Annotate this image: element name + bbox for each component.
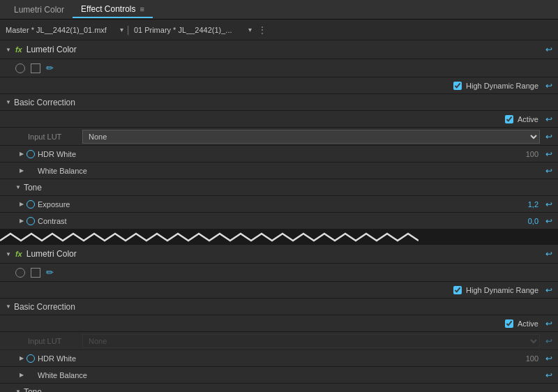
hdr-checkbox-2[interactable] <box>453 286 462 294</box>
clip-options-icon: ⋮ <box>257 24 267 36</box>
hdr-white-chevron-1[interactable]: ▶ <box>20 151 24 157</box>
hdr-white-row-2: ▶ HDR White 100 ↩ <box>0 350 558 367</box>
input-lut-label-1: Input LUT <box>28 133 77 141</box>
basic-correction-header-2[interactable]: ▼ Basic Correction <box>0 299 558 315</box>
zigzag-svg <box>0 229 418 245</box>
exposure-label-1: Exposure <box>38 200 525 209</box>
reset-hdr-white-2[interactable]: ↩ <box>545 354 552 363</box>
hdr-row-1: High Dynamic Range ↩ <box>0 77 558 94</box>
input-lut-select-1[interactable]: None <box>82 130 540 144</box>
section-chevron-down-1: ▼ <box>6 99 11 105</box>
contrast-chevron-1[interactable]: ▶ <box>20 218 24 224</box>
hdr-white-row-1: ▶ HDR White 100 ↩ <box>0 146 558 163</box>
exposure-value-1: 1,2 <box>528 200 538 209</box>
white-balance-chevron-1[interactable]: ▶ <box>20 167 24 174</box>
hdr-white-chevron-2[interactable]: ▶ <box>20 355 24 361</box>
exposure-chevron-1[interactable]: ▶ <box>20 201 24 207</box>
hdr-row-2: High Dynamic Range ↩ <box>0 282 558 299</box>
fx-badge-2: fx <box>15 250 22 258</box>
exposure-row-1: ▶ Exposure 1,2 ↩ <box>0 196 558 213</box>
section-chevron-down-2: ▼ <box>6 303 11 310</box>
circle-icon-2[interactable] <box>15 268 25 278</box>
contrast-label-1: Contrast <box>38 217 525 225</box>
circle-icon-1[interactable] <box>15 63 25 73</box>
effect-block-2: ▼ fx Lumetri Color ↩ ✏ High Dynamic Rang… <box>0 245 558 392</box>
reset-contrast-1[interactable]: ↩ <box>545 216 552 226</box>
white-balance-chevron-2[interactable]: ▶ <box>20 372 24 378</box>
reset-input-lut-1[interactable]: ↩ <box>545 132 552 142</box>
hdr-checkbox-1[interactable] <box>453 82 462 90</box>
reset-effect-2[interactable]: ↩ <box>545 249 552 259</box>
contrast-value-1: 0,0 <box>528 217 538 225</box>
primary-clip-label: 01 Primary * JL__2442(1)_... <box>134 26 246 34</box>
exposure-circle-1 <box>27 200 35 209</box>
clip-selector-row: Master * JL__2442(1)_01.mxf ▾ │ 01 Prima… <box>0 20 558 40</box>
square-icon-1[interactable] <box>31 63 40 73</box>
clip-divider: │ <box>126 26 131 34</box>
effect-header-2: ▼ fx Lumetri Color ↩ <box>0 245 558 264</box>
reset-white-balance-1[interactable]: ↩ <box>545 166 552 176</box>
tone-chevron-down-1: ▼ <box>15 184 21 190</box>
dropdown-arrow-primary[interactable]: ▾ <box>248 26 252 33</box>
brush-icon-2[interactable]: ✏ <box>46 267 54 278</box>
fx-badge-1: fx <box>15 45 22 54</box>
master-clip-label: Master * JL__2442(1)_01.mxf <box>6 26 117 34</box>
reset-hdr-2[interactable]: ↩ <box>545 285 552 295</box>
effect-icons-row-2: ✏ <box>0 264 558 282</box>
hdr-white-label-1: HDR White <box>38 150 523 158</box>
effect-name-2: Lumetri Color <box>27 249 77 259</box>
white-balance-row-1: ▶ White Balance ↩ <box>0 163 558 179</box>
basic-correction-header-1[interactable]: ▼ Basic Correction <box>0 94 558 111</box>
reset-hdr-white-1[interactable]: ↩ <box>545 149 552 159</box>
tone-chevron-down-2: ▼ <box>15 389 21 392</box>
active-row-2: Active ↩ <box>0 315 558 332</box>
reset-white-balance-2[interactable]: ↩ <box>545 370 552 380</box>
white-balance-label-1: White Balance <box>38 167 543 175</box>
square-icon-2[interactable] <box>31 268 40 278</box>
effect-icons-row-1: ✏ <box>0 59 558 77</box>
effect-chevron-down-1[interactable]: ▼ <box>6 47 11 53</box>
reset-active-1[interactable]: ↩ <box>545 114 552 124</box>
hdr-white-circle-2 <box>27 354 35 363</box>
effect-header-1: ▼ fx Lumetri Color ↩ <box>0 40 558 59</box>
hdr-white-label-2: HDR White <box>38 354 523 363</box>
input-lut-row-2: Input LUT None ↩ <box>0 332 558 350</box>
reset-exposure-1[interactable]: ↩ <box>545 199 552 209</box>
hdr-white-value-1: 100 <box>526 150 538 158</box>
active-checkbox-2[interactable] <box>505 319 513 328</box>
contrast-row-1: ▶ Contrast 0,0 ↩ <box>0 213 558 229</box>
effect-block-1: ▼ fx Lumetri Color ↩ ✏ High Dynamic Rang… <box>0 40 558 229</box>
contrast-circle-1 <box>27 217 35 225</box>
zigzag-divider <box>0 229 558 245</box>
basic-correction-label-1: Basic Correction <box>14 98 75 107</box>
white-balance-label-2: White Balance <box>38 371 543 379</box>
input-lut-row-1: Input LUT None ↩ <box>0 128 558 146</box>
active-label-1: Active <box>518 115 538 123</box>
basic-correction-label-2: Basic Correction <box>14 302 75 312</box>
active-row-1: Active ↩ <box>0 111 558 128</box>
hdr-white-value-2: 100 <box>526 354 538 363</box>
effect-chevron-down-2[interactable]: ▼ <box>6 251 11 257</box>
hdr-white-circle-1 <box>27 150 35 158</box>
reset-effect-1[interactable]: ↩ <box>545 45 552 54</box>
hdr-label-2: High Dynamic Range <box>466 286 538 294</box>
tone-header-1[interactable]: ▼ Tone <box>0 179 558 196</box>
tab-effect-controls[interactable]: Effect Controls ≡ <box>73 1 153 18</box>
hdr-label-1: High Dynamic Range <box>466 82 538 90</box>
reset-hdr-1[interactable]: ↩ <box>545 81 552 91</box>
reset-input-lut-2[interactable]: ↩ <box>545 336 552 346</box>
tone-header-2[interactable]: ▼ Tone <box>0 384 558 392</box>
reset-active-2[interactable]: ↩ <box>545 319 552 329</box>
input-lut-select-2[interactable]: None <box>82 334 540 348</box>
tone-label-2: Tone <box>24 387 42 393</box>
input-lut-label-2: Input LUT <box>28 337 77 345</box>
effect-name-1: Lumetri Color <box>27 45 77 54</box>
tab-lumetri-color[interactable]: Lumetri Color <box>6 2 73 17</box>
white-balance-row-2: ▶ White Balance ↩ <box>0 367 558 384</box>
brush-icon-1[interactable]: ✏ <box>46 63 54 73</box>
tone-label-1: Tone <box>24 183 42 193</box>
hamburger-icon: ≡ <box>140 5 144 13</box>
active-label-2: Active <box>518 319 538 328</box>
active-checkbox-1[interactable] <box>505 115 513 123</box>
dropdown-arrow-master[interactable]: ▾ <box>120 26 123 33</box>
